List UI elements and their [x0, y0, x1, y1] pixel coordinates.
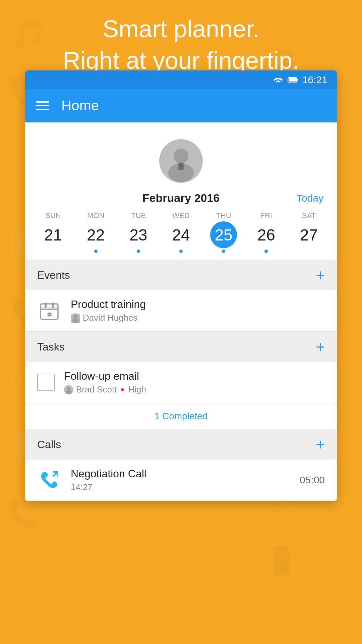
svg-text:⚙: ⚙	[10, 566, 34, 596]
completed-text[interactable]: 1 Completed	[155, 411, 208, 422]
day-col-23[interactable]: TUE23	[118, 211, 159, 253]
status-icons: 16:21	[273, 74, 327, 86]
day-event-dot	[264, 250, 268, 253]
app-title: Home	[61, 98, 99, 114]
event-title: Product training	[71, 298, 325, 311]
svg-text:25: 25	[48, 313, 52, 317]
event-content: Product training David Hughes	[71, 298, 325, 323]
day-name: WED	[172, 211, 189, 220]
add-task-button[interactable]: +	[316, 339, 325, 355]
day-event-dot	[179, 250, 183, 253]
add-call-button[interactable]: +	[316, 437, 325, 452]
day-name: MON	[87, 211, 104, 220]
main-content: February 2016 Today SUN21MON22TUE23WED24…	[25, 122, 337, 501]
day-name: SUN	[45, 211, 61, 220]
call-duration: 05:00	[300, 474, 325, 486]
app-bar: Home	[25, 89, 337, 122]
day-number[interactable]: 24	[168, 221, 194, 248]
svg-text:📱: 📱	[265, 545, 298, 577]
event-item[interactable]: 25 Product training David Hughes	[25, 290, 337, 331]
month-label: February 2016	[142, 192, 220, 205]
svg-point-39	[66, 390, 72, 394]
status-bar: 16:21	[25, 70, 337, 89]
completed-row[interactable]: 1 Completed	[25, 403, 337, 429]
svg-rect-30	[45, 303, 47, 308]
day-col-26[interactable]: FRI26	[246, 211, 286, 253]
calls-title: Calls	[37, 438, 61, 451]
day-col-21[interactable]: SUN21	[33, 211, 73, 253]
day-number[interactable]: 23	[125, 221, 152, 248]
calendar-icon: 25	[39, 301, 59, 321]
call-content: Negotiation Call 14:27	[71, 468, 290, 492]
task-person-icon	[64, 385, 73, 394]
svg-rect-21	[297, 79, 298, 81]
events-section-header: Events +	[25, 260, 337, 290]
hero-text: Smart planner. Right at your fingertip.	[0, 13, 362, 76]
day-name: TUE	[131, 211, 146, 220]
tasks-section-header: Tasks +	[25, 331, 337, 362]
svg-rect-20	[289, 78, 296, 82]
svg-rect-27	[41, 304, 58, 319]
task-priority: High	[128, 384, 146, 395]
day-number[interactable]: 27	[295, 221, 322, 248]
wifi-icon	[273, 76, 284, 84]
task-person-name: Brad Scott	[76, 384, 117, 395]
hamburger-menu[interactable]	[36, 101, 49, 110]
phone-frame: 16:21 Home	[25, 70, 337, 501]
day-event-dot	[52, 250, 55, 253]
day-number[interactable]: 26	[253, 221, 280, 248]
day-col-24[interactable]: WED24	[161, 211, 201, 253]
task-item[interactable]: Follow-up email Brad Scott High	[25, 362, 337, 403]
add-event-button[interactable]: +	[316, 267, 325, 283]
task-title: Follow-up email	[64, 370, 325, 382]
call-sub: 14:27	[71, 482, 290, 492]
month-row: February 2016 Today	[25, 188, 337, 208]
avatar[interactable]	[159, 139, 203, 183]
day-name: FRI	[260, 211, 272, 220]
day-event-dot	[137, 250, 140, 253]
svg-rect-31	[52, 303, 54, 308]
tasks-title: Tasks	[37, 341, 65, 353]
day-name: SAT	[302, 211, 316, 220]
task-sub: Brad Scott High	[64, 384, 325, 395]
call-title: Negotiation Call	[71, 468, 290, 480]
day-event-dot	[222, 250, 225, 253]
day-event-dot	[94, 250, 98, 253]
priority-dot	[121, 388, 124, 391]
day-number[interactable]: 21	[40, 221, 67, 248]
task-content: Follow-up email Brad Scott High	[64, 370, 325, 395]
avatar-image	[159, 139, 203, 183]
day-number[interactable]: 25	[210, 221, 237, 248]
weekdays-row: SUN21MON22TUE23WED24THU25FRI26SAT27	[25, 208, 337, 253]
today-button[interactable]: Today	[297, 193, 323, 204]
call-item[interactable]: Negotiation Call 14:27 05:00	[25, 460, 337, 501]
event-sub: David Hughes	[71, 313, 325, 323]
events-title: Events	[37, 269, 70, 281]
event-person-name: David Hughes	[83, 313, 137, 323]
call-icon-wrap	[37, 468, 61, 492]
task-checkbox[interactable]	[37, 374, 55, 391]
day-col-22[interactable]: MON22	[76, 211, 116, 253]
event-icon-wrap: 25	[37, 299, 61, 323]
phone-outgoing-icon	[39, 469, 60, 491]
svg-text:✉: ✉	[134, 603, 157, 633]
day-col-27[interactable]: SAT27	[289, 211, 329, 253]
day-event-dot	[307, 250, 310, 253]
hero-line1: Smart planner.	[0, 13, 362, 45]
event-person-icon	[71, 313, 80, 323]
day-number[interactable]: 22	[82, 221, 109, 248]
svg-point-23	[174, 149, 188, 163]
calendar-section: February 2016 Today SUN21MON22TUE23WED24…	[25, 122, 337, 260]
svg-point-38	[67, 387, 70, 390]
day-col-25[interactable]: THU25	[203, 211, 244, 253]
status-time: 16:21	[302, 74, 327, 86]
battery-icon	[288, 76, 298, 84]
calls-section-header: Calls +	[25, 429, 337, 460]
svg-point-35	[73, 315, 77, 319]
svg-text:📞: 📞	[7, 498, 40, 530]
day-name: THU	[216, 211, 231, 220]
avatar-wrap	[25, 132, 337, 188]
call-time-start: 14:27	[71, 482, 93, 492]
